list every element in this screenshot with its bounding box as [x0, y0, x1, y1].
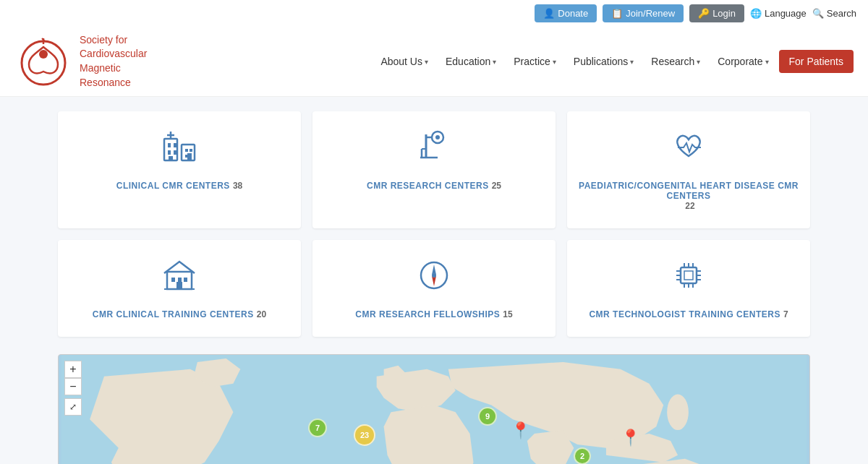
compass-icon	[416, 257, 452, 301]
chevron-down-icon: ▾	[765, 58, 769, 66]
svg-point-21	[435, 135, 440, 139]
card-count: 15	[503, 309, 512, 319]
map-cluster[interactable]: 9	[478, 407, 497, 426]
cards-grid: CLINICAL CMR CENTERS 38 CMR RESEARCH CEN…	[58, 111, 810, 337]
donate-icon: 👤	[543, 8, 555, 19]
nav-for-patients[interactable]: For Patients	[779, 50, 854, 73]
card-count: 7	[783, 309, 788, 319]
nav-practice-label: Practice	[514, 56, 550, 67]
nav-practice[interactable]: Practice ▾	[506, 50, 563, 73]
join-icon: 📋	[611, 8, 623, 19]
search-trigger[interactable]: 🔍 Search	[812, 8, 856, 19]
svg-marker-32	[432, 265, 436, 275]
top-bar: 👤 Donate 📋 Join/Renew 🔑 Login 🌐 Language…	[0, 0, 868, 27]
card-cmr-research[interactable]: CMR RESEARCH CENTERS 25	[312, 111, 556, 228]
main-nav: About Us ▾ Education ▾ Practice ▾ Public…	[224, 50, 854, 73]
login-icon: 🔑	[698, 8, 710, 19]
zoom-in-button[interactable]: +	[64, 361, 82, 378]
svg-rect-27	[178, 278, 182, 282]
map-cluster[interactable]: 2	[574, 447, 591, 464]
nav-research-label: Research	[651, 56, 694, 67]
nav-research[interactable]: Research ▾	[644, 50, 707, 73]
chip-icon	[671, 257, 707, 301]
login-button[interactable]: 🔑 Login	[689, 4, 744, 22]
map-cluster[interactable]: 7	[308, 418, 327, 437]
search-label: Search	[827, 8, 856, 19]
expand-map-button[interactable]: ⤢	[64, 398, 82, 416]
chevron-down-icon: ▾	[425, 58, 428, 66]
card-label: PAEDIATRIC/CONGENITAL HEART DISEASE CMR …	[579, 181, 799, 201]
svg-rect-29	[176, 282, 182, 289]
language-selector[interactable]: 🌐 Language	[750, 8, 807, 19]
card-label: CLINICAL CMR CENTERS	[116, 181, 230, 191]
map-pin: 📍	[621, 429, 640, 447]
chevron-down-icon: ▾	[553, 58, 556, 66]
nav-corporate-label: Corporate	[718, 56, 762, 67]
card-clinical-training[interactable]: CMR CLINICAL TRAINING CENTERS 20	[58, 240, 301, 337]
logo-icon	[14, 33, 72, 90]
login-label: Login	[712, 8, 736, 19]
card-count: 20	[257, 309, 266, 319]
map-controls: + − ⤢	[64, 361, 82, 416]
card-label: CMR TECHNOLOGIST TRAINING CENTERS	[589, 309, 780, 319]
card-label: CMR CLINICAL TRAINING CENTERS	[93, 309, 254, 319]
svg-point-50	[667, 395, 689, 431]
header: Society for Cardiovascular Magnetic Reso…	[0, 27, 868, 97]
map-pin: 📍	[511, 421, 530, 440]
donate-button[interactable]: 👤 Donate	[535, 4, 597, 22]
chevron-down-icon: ▾	[493, 58, 496, 66]
nav-education-label: Education	[446, 56, 490, 67]
svg-rect-26	[171, 278, 175, 282]
search-icon: 🔍	[812, 8, 824, 19]
heart-monitor-icon	[671, 129, 707, 172]
nav-about-us[interactable]: About Us ▾	[373, 50, 435, 73]
svg-marker-33	[432, 276, 436, 286]
nav-publications-label: Publications	[574, 56, 629, 67]
card-count: 22	[685, 201, 694, 211]
hospital-icon	[161, 129, 197, 172]
svg-rect-28	[184, 278, 187, 282]
world-map-svg	[59, 355, 809, 464]
svg-rect-10	[169, 156, 173, 160]
card-count: 38	[233, 181, 242, 191]
svg-rect-16	[187, 153, 192, 160]
svg-rect-8	[168, 150, 171, 155]
svg-rect-6	[168, 143, 171, 147]
card-label: CMR RESEARCH CENTERS	[367, 181, 489, 191]
nav-publications[interactable]: Publications ▾	[566, 50, 642, 73]
svg-rect-13	[185, 149, 188, 152]
svg-rect-7	[174, 143, 176, 147]
nav-education[interactable]: Education ▾	[438, 50, 503, 73]
join-button[interactable]: 📋 Join/Renew	[603, 4, 684, 22]
chevron-down-icon: ▾	[697, 58, 700, 66]
nav-corporate[interactable]: Corporate ▾	[710, 50, 775, 73]
join-label: Join/Renew	[626, 8, 675, 19]
svg-rect-35	[681, 267, 697, 283]
card-clinical-cmr[interactable]: CLINICAL CMR CENTERS 38	[58, 111, 301, 228]
card-count: 25	[492, 181, 501, 191]
chevron-down-icon: ▾	[630, 58, 634, 66]
main-content: CLINICAL CMR CENTERS 38 CMR RESEARCH CEN…	[0, 97, 868, 464]
language-icon: 🌐	[750, 8, 762, 19]
card-paediatric[interactable]: PAEDIATRIC/CONGENITAL HEART DISEASE CMR …	[567, 111, 810, 228]
language-label: Language	[765, 8, 807, 19]
svg-rect-14	[190, 149, 192, 152]
nav-about-us-label: About Us	[380, 56, 422, 67]
nav-for-patients-label: For Patients	[789, 56, 843, 67]
map-cluster[interactable]: 23	[354, 424, 375, 446]
svg-point-1	[39, 50, 48, 59]
donate-label: Donate	[558, 8, 588, 19]
building-icon	[161, 257, 197, 301]
card-research-fellowships[interactable]: CMR RESEARCH FELLOWSHIPS 15	[312, 240, 556, 337]
svg-rect-36	[684, 271, 693, 280]
card-technologist-training[interactable]: CMR TECHNOLOGIST TRAINING CENTERS 7	[567, 240, 810, 337]
svg-rect-9	[174, 150, 176, 155]
logo-text: Society for Cardiovascular Magnetic Reso…	[80, 33, 147, 90]
card-label: CMR RESEARCH FELLOWSHIPS	[355, 309, 500, 319]
zoom-out-button[interactable]: −	[64, 378, 82, 395]
logo-area: Society for Cardiovascular Magnetic Reso…	[14, 33, 224, 90]
svg-point-34	[432, 273, 436, 278]
microscope-icon	[416, 129, 452, 172]
map-container: + − ⤢ 7 23 9 2 2 2 📍 📍 📍 ☰ Leaflet | Map…	[58, 354, 810, 464]
